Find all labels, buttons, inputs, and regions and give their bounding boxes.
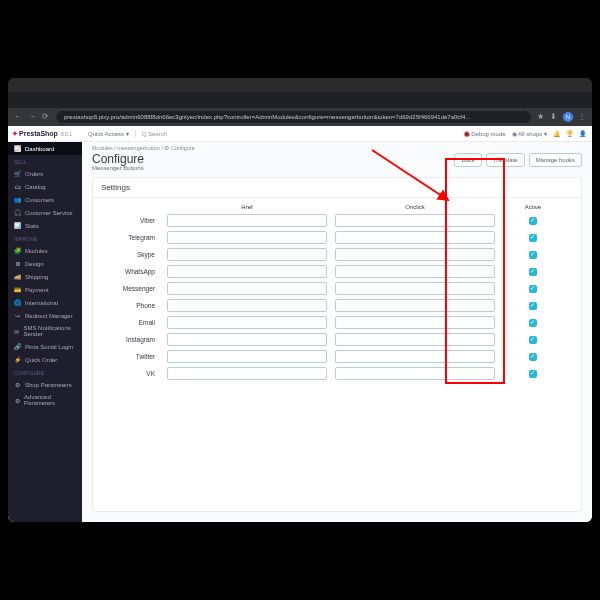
col-onclick: Onclick [335, 204, 495, 210]
sidebar-item-customers[interactable]: 👥Customers [8, 193, 82, 206]
manage-hooks-button[interactable]: Manage hooks [529, 153, 582, 167]
onclick-input[interactable] [335, 231, 495, 244]
trophy-icon[interactable]: 🏆 [566, 130, 573, 137]
row-label: Instagram [99, 336, 159, 343]
browser-window: ← → ⟳ prestashop8.pixy.pro/admin6088f8dn… [8, 78, 592, 522]
international-icon: 🌐 [14, 299, 21, 306]
panel-heading: Settings [93, 178, 581, 198]
orders-icon: 🛒 [14, 170, 21, 177]
account-icon[interactable]: 👤 [579, 130, 586, 137]
pinta-social-login-icon: 🔗 [14, 343, 21, 350]
table-row: Twitter [99, 348, 575, 365]
main-area: Quick Access ▾ Q Search 🐞 Debug mode ◉ A… [82, 126, 592, 522]
sidebar-item-dashboard[interactable]: 📈 Dashboard [8, 142, 82, 155]
quick-order-icon: ⚡ [14, 356, 21, 363]
sidebar-item-design[interactable]: 🖥Design [8, 257, 82, 270]
menu-icon[interactable]: ⋮ [578, 113, 586, 121]
sidebar-item-shop-parameters[interactable]: ⚙Shop Parameters [8, 378, 82, 391]
debug-mode-toggle[interactable]: 🐞 Debug mode [463, 130, 506, 137]
page-subtitle: Messenger Buttons [92, 165, 144, 171]
onclick-input[interactable] [335, 299, 495, 312]
logo-icon: ✦ [12, 130, 18, 138]
sidebar-item-customer-service[interactable]: 🎧Customer Service [8, 206, 82, 219]
shop-parameters-icon: ⚙ [14, 381, 21, 388]
onclick-input[interactable] [335, 214, 495, 227]
nav-back-icon[interactable]: ← [14, 113, 22, 121]
sidebar: ✦ PrestaShop 8.0.1 📈 Dashboard SELL🛒Orde… [8, 126, 82, 522]
sidebar-item-advanced-parameters[interactable]: ⚙Advanced Parameters [8, 391, 82, 409]
nav-reload-icon[interactable]: ⟳ [42, 113, 50, 121]
table-row: Skype [99, 246, 575, 263]
extension-icon[interactable]: ★ [537, 113, 545, 121]
href-input[interactable] [167, 248, 327, 261]
sidebar-item-orders[interactable]: 🛒Orders [8, 167, 82, 180]
translate-button[interactable]: Translate [486, 153, 525, 167]
sidebar-item-shipping[interactable]: 🚚Shipping [8, 270, 82, 283]
sidebar-item-catalog[interactable]: 🗂Catalog [8, 180, 82, 193]
topbar: Quick Access ▾ Q Search 🐞 Debug mode ◉ A… [82, 126, 592, 142]
app-root: ✦ PrestaShop 8.0.1 📈 Dashboard SELL🛒Orde… [8, 126, 592, 522]
row-label: VK [99, 370, 159, 377]
href-input[interactable] [167, 316, 327, 329]
page-title: Configure [92, 153, 144, 165]
sms-notifications-sender-icon: ✉ [14, 328, 19, 335]
sidebar-item-redirect-manager[interactable]: ↪Redirect Manager [8, 309, 82, 322]
href-input[interactable] [167, 231, 327, 244]
row-label: Email [99, 319, 159, 326]
active-checkbox[interactable] [529, 370, 537, 378]
nav-forward-icon[interactable]: → [28, 113, 36, 121]
active-checkbox[interactable] [529, 319, 537, 327]
dashboard-icon: 📈 [14, 145, 21, 152]
onclick-input[interactable] [335, 265, 495, 278]
url-field[interactable]: prestashop8.pixy.pro/admin6088f8dn66ec3g… [56, 111, 531, 123]
href-input[interactable] [167, 282, 327, 295]
search-input[interactable]: Q Search [135, 131, 457, 137]
href-input[interactable] [167, 299, 327, 312]
active-checkbox[interactable] [529, 285, 537, 293]
active-checkbox[interactable] [529, 353, 537, 361]
sidebar-item-quick-order[interactable]: ⚡Quick Order [8, 353, 82, 366]
design-icon: 🖥 [14, 260, 21, 267]
sidebar-item-modules[interactable]: 🧩Modules [8, 244, 82, 257]
row-label: Twitter [99, 353, 159, 360]
onclick-input[interactable] [335, 350, 495, 363]
onclick-input[interactable] [335, 248, 495, 261]
active-checkbox[interactable] [529, 251, 537, 259]
onclick-input[interactable] [335, 316, 495, 329]
sidebar-item-international[interactable]: 🌐International [8, 296, 82, 309]
href-input[interactable] [167, 265, 327, 278]
active-checkbox[interactable] [529, 268, 537, 276]
brand-logo[interactable]: ✦ PrestaShop 8.0.1 [8, 126, 82, 142]
onclick-input[interactable] [335, 367, 495, 380]
href-input[interactable] [167, 333, 327, 346]
active-checkbox[interactable] [529, 336, 537, 344]
active-checkbox[interactable] [529, 302, 537, 310]
back-button[interactable]: Back [454, 153, 481, 167]
stats-icon: 📊 [14, 222, 21, 229]
shipping-icon: 🚚 [14, 273, 21, 280]
onclick-input[interactable] [335, 333, 495, 346]
notifications-icon[interactable]: 🔔 [553, 130, 560, 137]
href-input[interactable] [167, 367, 327, 380]
quick-access[interactable]: Quick Access ▾ [88, 130, 129, 137]
shop-selector[interactable]: ◉ All shops ▾ [512, 130, 547, 137]
active-checkbox[interactable] [529, 217, 537, 225]
url-text: prestashop8.pixy.pro/admin6088f8dn66ec3g… [64, 114, 470, 120]
onclick-input[interactable] [335, 282, 495, 295]
table-row: Email [99, 314, 575, 331]
sidebar-item-pinta-social-login[interactable]: 🔗Pinta Social Login [8, 340, 82, 353]
download-icon[interactable]: ⬇ [550, 113, 558, 121]
row-label: Telegram [99, 234, 159, 241]
sidebar-item-stats[interactable]: 📊Stats [8, 219, 82, 232]
profile-avatar[interactable]: N [563, 112, 573, 122]
href-input[interactable] [167, 214, 327, 227]
href-input[interactable] [167, 350, 327, 363]
sidebar-item-sms-notifications-sender[interactable]: ✉SMS Notifications Sender [8, 322, 82, 340]
col-href: Href [167, 204, 327, 210]
sidebar-section-label: SELL [8, 155, 82, 167]
sidebar-item-payment[interactable]: 💳Payment [8, 283, 82, 296]
row-label: Phone [99, 302, 159, 309]
address-bar: ← → ⟳ prestashop8.pixy.pro/admin6088f8dn… [8, 108, 592, 126]
active-checkbox[interactable] [529, 234, 537, 242]
tab-bar [8, 92, 592, 108]
